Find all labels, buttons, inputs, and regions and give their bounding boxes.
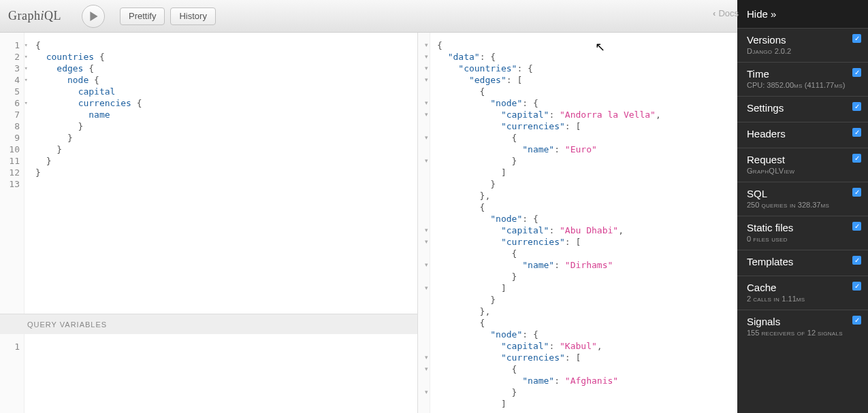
debug-title: SQL [747,188,858,199]
debug-title: Time [747,68,858,80]
logo: GraphiQL [8,9,61,23]
svg-marker-0 [90,12,97,21]
docs-button[interactable]: ‹Docs [713,8,739,18]
checkbox-icon[interactable] [852,222,861,231]
debug-section-settings[interactable]: Settings [737,96,868,122]
debug-title: Cache [747,282,858,293]
play-icon [89,12,99,21]
debug-title: Settings [747,102,858,114]
checkbox-icon[interactable] [852,128,861,137]
debug-title: Signals [747,316,858,327]
debug-section-static-files[interactable]: Static files0 files used [737,216,868,250]
debug-subtitle: Django 2.0.2 [747,47,858,55]
query-variables-header[interactable]: QUERY VARIABLES [0,314,417,334]
debug-hide-button[interactable]: Hide » [737,0,868,28]
debug-section-templates[interactable]: Templates [737,250,868,276]
checkbox-icon[interactable] [852,188,861,197]
debug-section-cache[interactable]: Cache2 calls in 1.11ms [737,276,868,310]
debug-section-signals[interactable]: Signals155 receivers of 12 signals [737,310,868,344]
debug-section-time[interactable]: TimeCPU: 3852.00ms (4111.77ms) [737,62,868,96]
checkbox-icon[interactable] [852,256,861,265]
debug-section-sql[interactable]: SQL250 queries in 328.37ms [737,182,868,216]
checkbox-icon[interactable] [852,154,861,163]
checkbox-icon[interactable] [852,34,861,43]
debug-toolbar: Hide » VersionsDjango 2.0.2TimeCPU: 3852… [737,0,868,413]
debug-title: Request [747,154,858,165]
toolbar: GraphiQL Prettify History [0,0,737,33]
variables-gutter: 1 [0,334,25,413]
checkbox-icon[interactable] [852,282,861,291]
history-button[interactable]: History [170,7,215,25]
run-button[interactable] [82,5,105,28]
prettify-button[interactable]: Prettify [120,7,165,25]
debug-title: Headers [747,128,858,139]
query-editor[interactable]: { countries { edges { node { capital cur… [25,33,417,314]
checkbox-icon[interactable] [852,316,861,325]
variables-editor[interactable] [25,334,417,413]
checkbox-icon[interactable] [852,68,861,77]
result-viewer[interactable]: { "data": { "countries": { "edges": [ { … [430,33,737,413]
debug-subtitle: 250 queries in 328.37ms [747,201,858,209]
debug-section-headers[interactable]: Headers [737,122,868,148]
debug-section-versions[interactable]: VersionsDjango 2.0.2 [737,28,868,62]
result-panel: { "data": { "countries": { "edges": [ { … [418,33,737,413]
chevron-left-icon: ‹ [713,8,716,18]
debug-section-request[interactable]: RequestGraphQLView [737,148,868,182]
debug-title: Static files [747,222,858,233]
debug-title: Templates [747,256,858,267]
query-gutter: 12345678910111213 [0,33,25,314]
debug-subtitle: GraphQLView [747,167,858,175]
query-panel: 12345678910111213 { countries { edges { … [0,33,418,413]
result-gutter [418,33,430,413]
checkbox-icon[interactable] [852,102,861,111]
debug-subtitle: 0 files used [747,235,858,243]
debug-subtitle: 2 calls in 1.11ms [747,295,858,303]
debug-subtitle: 155 receivers of 12 signals [747,329,858,337]
debug-title: Versions [747,34,858,46]
debug-subtitle: CPU: 3852.00ms (4111.77ms) [747,81,858,89]
